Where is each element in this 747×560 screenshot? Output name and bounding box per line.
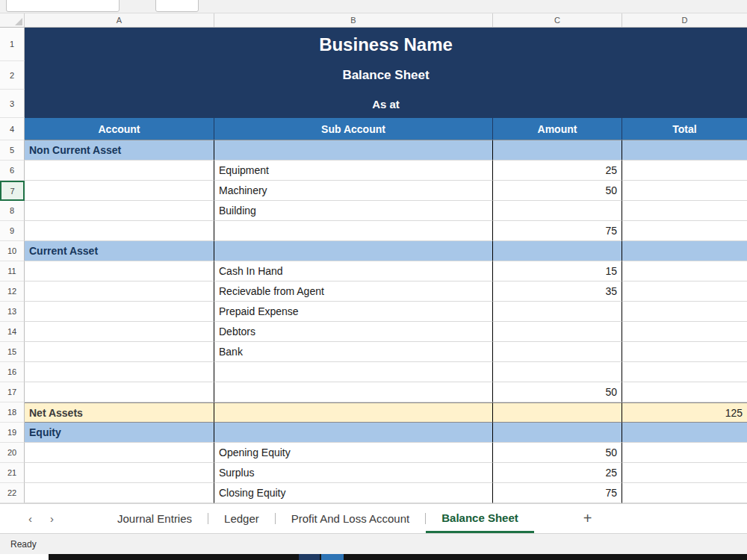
- cell-B16[interactable]: [214, 362, 493, 382]
- header-cell-cc[interactable]: Amount: [493, 118, 622, 140]
- cell-A21[interactable]: [25, 463, 214, 483]
- cell-C5[interactable]: [493, 140, 622, 161]
- cell-A7[interactable]: [25, 181, 214, 201]
- cell-A19[interactable]: Equity: [25, 423, 214, 443]
- cell-A11[interactable]: [25, 261, 214, 281]
- cell-C13[interactable]: [493, 302, 622, 322]
- cell-D18[interactable]: 125: [622, 402, 747, 423]
- cell-B17[interactable]: [214, 382, 493, 402]
- cell-C20[interactable]: 50: [493, 443, 622, 463]
- cell-A22[interactable]: [25, 483, 214, 503]
- merged-title-cell-1[interactable]: Business Name: [25, 28, 747, 61]
- taskbar-app-icon[interactable]: [299, 554, 320, 560]
- cell-A13[interactable]: [25, 302, 214, 322]
- cell-D19[interactable]: [622, 423, 747, 443]
- select-all-corner[interactable]: [0, 13, 25, 27]
- cell-A16[interactable]: [25, 362, 214, 382]
- cell-C19[interactable]: [493, 423, 622, 443]
- cell-B9[interactable]: [214, 221, 493, 241]
- row-header-20[interactable]: 20: [0, 443, 25, 463]
- cell-B18[interactable]: [214, 402, 493, 423]
- cell-B19[interactable]: [214, 423, 493, 443]
- header-cell-cd[interactable]: Total: [622, 118, 747, 140]
- cell-C10[interactable]: [493, 241, 622, 261]
- cell-B12[interactable]: Recievable from Agent: [214, 281, 493, 302]
- row-header-15[interactable]: 15: [0, 342, 25, 362]
- cell-B15[interactable]: Bank: [214, 342, 493, 362]
- cell-C22[interactable]: 75: [493, 483, 622, 503]
- cell-D12[interactable]: [622, 281, 747, 302]
- cell-C8[interactable]: [493, 201, 622, 221]
- cell-B6[interactable]: Equipment: [214, 161, 493, 181]
- row-header-2[interactable]: 2: [0, 61, 25, 90]
- row-header-14[interactable]: 14: [0, 322, 25, 342]
- cell-B7[interactable]: Machinery: [214, 181, 493, 201]
- row-header-6[interactable]: 6: [0, 161, 25, 181]
- cell-B22[interactable]: Closing Equity: [214, 483, 493, 503]
- cell-D13[interactable]: [622, 302, 747, 322]
- cell-C17[interactable]: 50: [493, 382, 622, 402]
- merged-title-cell-2[interactable]: Balance Sheet: [25, 61, 747, 90]
- column-header-A[interactable]: A: [25, 13, 214, 27]
- cell-A14[interactable]: [25, 322, 214, 342]
- cell-C18[interactable]: [493, 402, 622, 423]
- cell-D10[interactable]: [622, 241, 747, 261]
- row-header-13[interactable]: 13: [0, 302, 25, 322]
- cell-C15[interactable]: [493, 342, 622, 362]
- row-header-19[interactable]: 19: [0, 423, 25, 443]
- cell-B21[interactable]: Surplus: [214, 463, 493, 483]
- row-header-10[interactable]: 10: [0, 241, 25, 261]
- cell-D20[interactable]: [622, 443, 747, 463]
- taskbar-app-icon[interactable]: [321, 554, 344, 560]
- row-header-21[interactable]: 21: [0, 463, 25, 483]
- cell-D7[interactable]: [622, 181, 747, 201]
- cell-A5[interactable]: Non Current Asset: [25, 140, 214, 161]
- cell-A15[interactable]: [25, 342, 214, 362]
- tab-journal-entries[interactable]: Journal Entries: [102, 504, 208, 533]
- cell-D14[interactable]: [622, 322, 747, 342]
- column-header-C[interactable]: C: [493, 13, 622, 27]
- tab-profit-and-loss-account[interactable]: Profit And Loss Account: [276, 504, 425, 533]
- row-header-1[interactable]: 1: [0, 28, 25, 61]
- cell-B11[interactable]: Cash In Hand: [214, 261, 493, 281]
- row-header-22[interactable]: 22: [0, 483, 25, 503]
- row-header-9[interactable]: 9: [0, 221, 25, 241]
- cell-D22[interactable]: [622, 483, 747, 503]
- row-header-3[interactable]: 3: [0, 90, 25, 118]
- cell-C21[interactable]: 25: [493, 463, 622, 483]
- prev-sheet-icon[interactable]: ‹: [19, 512, 41, 525]
- column-header-D[interactable]: D: [622, 13, 747, 27]
- toolbar-fragment-box[interactable]: [155, 0, 199, 12]
- cell-C11[interactable]: 15: [493, 261, 622, 281]
- header-cell-ca[interactable]: Account: [25, 118, 214, 140]
- cell-A20[interactable]: [25, 443, 214, 463]
- cell-D16[interactable]: [622, 362, 747, 382]
- tab-balance-sheet[interactable]: Balance Sheet: [426, 504, 534, 533]
- cell-B20[interactable]: Opening Equity: [214, 443, 493, 463]
- merged-title-cell-3[interactable]: As at: [25, 90, 747, 118]
- cell-D17[interactable]: [622, 382, 747, 402]
- cell-B5[interactable]: [214, 140, 493, 161]
- cell-C16[interactable]: [493, 362, 622, 382]
- row-header-7[interactable]: 7: [0, 181, 25, 201]
- cell-A8[interactable]: [25, 201, 214, 221]
- add-sheet-button[interactable]: +: [577, 510, 598, 527]
- column-header-B[interactable]: B: [214, 13, 493, 27]
- row-header-12[interactable]: 12: [0, 281, 25, 302]
- row-header-17[interactable]: 17: [0, 382, 25, 402]
- row-header-5[interactable]: 5: [0, 140, 25, 161]
- cell-A12[interactable]: [25, 281, 214, 302]
- cell-A10[interactable]: Current Asset: [25, 241, 214, 261]
- name-box[interactable]: [6, 0, 120, 12]
- header-cell-cb[interactable]: Sub Account: [214, 118, 493, 140]
- cell-D6[interactable]: [622, 161, 747, 181]
- cell-C9[interactable]: 75: [493, 221, 622, 241]
- cell-C14[interactable]: [493, 322, 622, 342]
- cell-D15[interactable]: [622, 342, 747, 362]
- cell-D11[interactable]: [622, 261, 747, 281]
- cell-D21[interactable]: [622, 463, 747, 483]
- cell-C7[interactable]: 50: [493, 181, 622, 201]
- cell-A17[interactable]: [25, 382, 214, 402]
- row-header-16[interactable]: 16: [0, 362, 25, 382]
- cell-B13[interactable]: Prepaid Expense: [214, 302, 493, 322]
